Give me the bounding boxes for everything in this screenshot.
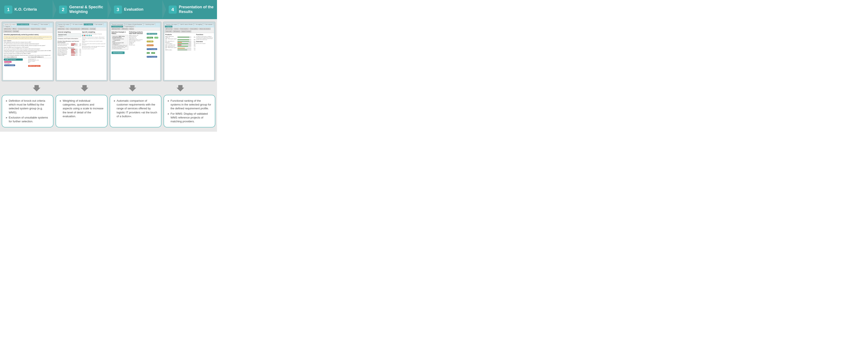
btn-r-advance[interactable]: Advance value calculation	[199, 28, 211, 30]
result-label-2: WPte - Mastersystem Logitem n.2	[165, 38, 177, 40]
dot-5[interactable]	[91, 35, 92, 36]
tab-r-ko[interactable]: 1. Edit KO criteria & Shortlist	[178, 24, 193, 25]
dots-row	[82, 35, 105, 36]
desc-card-4: Functional ranking of the systems in the…	[163, 95, 215, 128]
btn-w-next[interactable]: Next Step ▶	[89, 28, 96, 30]
arrow-2-shaft	[83, 85, 87, 87]
btn-prev-step[interactable]: ◀ Previous Step	[4, 28, 11, 30]
tab-r-weighting[interactable]: 2. Set weighting	[194, 24, 203, 25]
btn-r-prev[interactable]: ◀ Previous Step	[165, 28, 173, 30]
general-weighting-col: General weighting Standard results ● ● ●…	[58, 31, 81, 56]
tab-r-overview[interactable]: Overview of the analysis	[165, 24, 178, 25]
btn-e-prev[interactable]: ◀ Vorherigen Schritt	[112, 28, 121, 30]
eval-content: Selection Example 1 Status: Lieferant/en…	[111, 30, 160, 59]
step-4-title: Presentation of the Results	[179, 5, 215, 14]
result-pct-6: 28%	[192, 44, 195, 45]
result-fill-2	[178, 39, 189, 40]
desc-card-3: Automatic comparison of customer require…	[110, 95, 161, 128]
weighting-columns: General weighting Standard results ● ● ●…	[58, 31, 105, 56]
start-eval-button[interactable]: Start Evaluation	[112, 51, 125, 54]
tab-e-ergebnis[interactable]: 3. Ergebnisdiagramm	[123, 26, 135, 28]
product-specs-bars: Product Specifications (1:12) 70% Store …	[58, 43, 81, 46]
bar-store-env: Store Environment (1:2) 50%	[58, 45, 81, 46]
btn-e-wms[interactable]: WMS Shortlist	[121, 28, 128, 30]
dot-4[interactable]	[89, 35, 90, 36]
result-pct-8: 53%	[192, 48, 195, 49]
btn-e-nummer[interactable]: Nummer	[129, 28, 134, 30]
tab-r-eval[interactable]: 3. Start evaluation	[203, 24, 213, 25]
tab-ko-weighting[interactable]: 2. KO weighting	[29, 24, 38, 25]
btn-statistics[interactable]: Statistics account	[4, 30, 12, 32]
bar-label-tracking: Inventory Tracking (1:2)	[58, 50, 70, 51]
step-3-number: 3	[114, 5, 122, 13]
bar-bg-adv-noncomp	[71, 55, 78, 56]
result-bar-8: WPte - Mastersystem Logitem v.1 53%	[165, 47, 195, 49]
btn-r-erp[interactable]: Switch to ERP	[165, 30, 172, 32]
dot-2[interactable]	[85, 35, 87, 36]
eval-toolbar: ◀ Vorherigen Schritt WMS Shortlist Numme…	[111, 28, 160, 30]
btn-w-price[interactable]: Get your last price print	[70, 28, 80, 30]
logo-eltip2: ELTIP	[151, 52, 155, 54]
btn-w-save[interactable]: Save	[66, 28, 69, 30]
tab-start-eval[interactable]: 3. Start evaluation	[39, 24, 49, 25]
specific-question-3: Which functions of inventory control sho…	[82, 41, 105, 43]
bar-label-advanced: Advanced Shipping (1:6)	[58, 52, 70, 54]
result-bg-8	[177, 48, 191, 49]
ko-toolbar: ◀ Previous Step 💾 Save ⬇ Load your last …	[3, 28, 53, 33]
tab-w-ko[interactable]: 1. KO criteria & shortlist	[71, 24, 84, 25]
btn-r-comparison[interactable]: Product comparison	[180, 28, 189, 30]
step-2-title: General & Specific Weighting	[69, 5, 105, 14]
tab-overview[interactable]: Overview of the analysis	[3, 24, 17, 25]
arrow-2-head	[81, 87, 88, 92]
tab-e-gewichtung[interactable]: 1. Gewichtung starten	[143, 24, 155, 25]
step-4-number: 4	[169, 5, 177, 13]
weighting-toolbar: ◀ Product Step Save Get your last price …	[57, 28, 106, 30]
step-3: 3 Evaluation	[107, 0, 162, 19]
screenshot-weighting: Overview of the analysis 1. KO criteria …	[56, 22, 108, 81]
tab-w-weighting[interactable]: 2. KO weighting	[84, 24, 93, 25]
btn-next-step[interactable]: Next Step ▶	[12, 30, 19, 32]
btn-r-download[interactable]: ERP Download	[173, 30, 180, 32]
btn-contact[interactable]: Contact	[41, 28, 46, 30]
logo-yt-z: YT & Z Foundation	[147, 48, 157, 50]
bar-bg-route	[71, 51, 78, 52]
ko-warning: ⚠ Please notice: Using KO criteria has t…	[4, 36, 52, 39]
bar-adv-noncomp: Advanced Shipping Non-Compliance (1:6) 6…	[58, 54, 81, 56]
dot-3[interactable]	[87, 35, 88, 36]
screenshot-ko-criteria: Overview of the analysis K.O. criteria &…	[2, 22, 54, 81]
tab-e-overview[interactable]: Übersicht Auswertungen	[111, 24, 124, 25]
btn-load[interactable]: ⬇ Load your last save point	[18, 28, 30, 30]
dot-1[interactable]	[84, 35, 85, 36]
btn-r-turnkey[interactable]: Turnkey installation	[189, 28, 198, 30]
btn-save[interactable]: 💾 Save	[12, 28, 17, 30]
btn-w-prev[interactable]: ◀ Product Step	[58, 28, 65, 30]
bar-bg-store-env	[71, 45, 78, 46]
weighting-content: General weighting Standard results ● ● ●…	[57, 30, 106, 57]
btn-r-overview[interactable]: Overview	[174, 28, 179, 30]
btn-explorys[interactable]: Explorys IT Consulting	[30, 28, 41, 30]
tab-w-eval[interactable]: 3. Start evaluation	[93, 24, 103, 25]
bar-product-spec: Product Specifications (1:12) 70%	[58, 43, 81, 44]
bar-fill-advanced	[71, 53, 75, 54]
tab-r-diagnosis[interactable]: 4. Diagnosis	[165, 26, 173, 28]
bar-bg-inventory	[71, 49, 78, 50]
tab-ko-shortlist[interactable]: K.O. criteria & shortlist	[17, 24, 29, 25]
tab-w-diagnosis[interactable]: 4. Diagnosis	[57, 26, 65, 28]
tab-diagnosis[interactable]: 4. Diagnosis	[3, 26, 11, 28]
btn-w-weighting[interactable]: WMS-Datenfully	[81, 28, 89, 30]
ko-fulfilled-header: K.O. Criteria fulfilled (1:1)	[4, 57, 28, 58]
specific-question-6: How should results be received?	[82, 48, 105, 49]
ko-not-fulfilled-list: Trucking System 2.1 Fast Terminal System…	[28, 59, 52, 63]
result-pct-1: 88%	[192, 37, 195, 38]
tab-e-ko[interactable]: K.O.-Kriterien & Shortlist Bearbeiter	[125, 24, 143, 25]
desc-item-4-2: For WMS: Display of validated WMS refere…	[167, 111, 212, 124]
bar-val-store-env: 50%	[78, 45, 81, 46]
tab-w-overview[interactable]: Overview of the analysis	[57, 24, 70, 25]
bar-label-store-env: Store Environment (1:2)	[58, 45, 70, 46]
tab-e-auswertung[interactable]: 2. Auswertung starten	[111, 26, 123, 28]
btn-r-explorys[interactable]: Explorys IT Consulting	[181, 30, 191, 32]
ko-content: Shortlist (alphabetically sorted by prod…	[3, 33, 53, 68]
logo-eltip1: ELTIP	[154, 37, 158, 38]
eval-layout: Selection Example 1 Status: Lieferant/en…	[112, 31, 159, 58]
dot-0[interactable]	[82, 35, 83, 36]
